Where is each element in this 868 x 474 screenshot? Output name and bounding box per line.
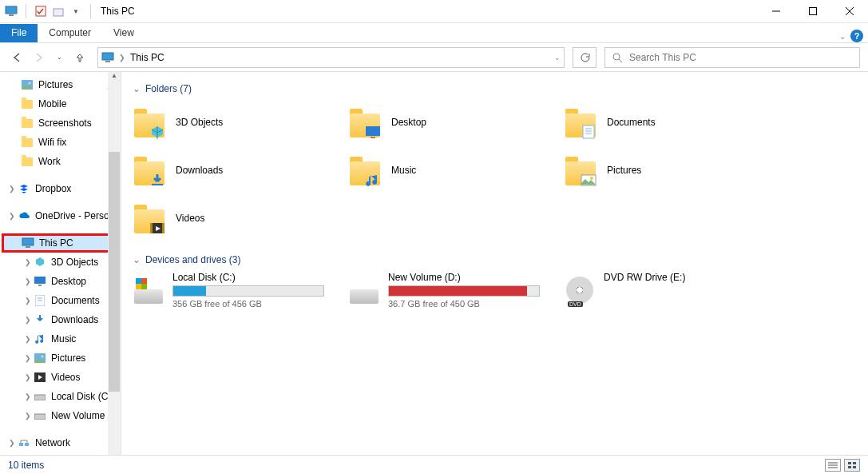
chevron-right-icon[interactable]: ❯ — [24, 412, 32, 420]
refresh-button[interactable] — [573, 47, 597, 68]
drive-item-new-volume-d-[interactable]: New Volume (D:)36.7 GB free of 450 GB — [348, 272, 548, 309]
close-button[interactable] — [831, 0, 868, 23]
chevron-right-icon[interactable]: ❯ — [24, 316, 32, 324]
search-icon — [612, 52, 623, 63]
chevron-right-icon[interactable]: ❯ — [24, 335, 32, 343]
drive-free-text: 36.7 GB free of 450 GB — [388, 299, 548, 309]
maximize-button[interactable] — [795, 0, 831, 23]
sidebar-item-wifi-fix[interactable]: Wifi fix — [0, 133, 121, 152]
search-placeholder: Search This PC — [629, 52, 696, 63]
folder-item-desktop[interactable]: Desktop — [348, 101, 548, 144]
sidebar-item-label: Documents — [51, 295, 100, 306]
help-icon[interactable]: ? — [850, 30, 863, 42]
svg-line-11 — [619, 59, 622, 62]
drive-icon — [34, 409, 46, 422]
sidebar-item-onedrive[interactable]: ❯OneDrive - Person — [0, 206, 121, 225]
chevron-right-icon[interactable]: ❯ — [24, 354, 32, 362]
chevron-right-icon[interactable]: ❯ — [8, 212, 16, 220]
chevron-right-icon[interactable]: ❯ — [24, 258, 32, 266]
svg-rect-16 — [34, 277, 46, 284]
section-title: Devices and drives (3) — [145, 254, 240, 265]
sidebar-item-network[interactable]: ❯Network — [0, 433, 121, 452]
folder-icon — [21, 98, 34, 110]
chevron-right-icon[interactable]: ❯ — [24, 297, 32, 305]
chevron-right-icon[interactable]: ❯ — [24, 392, 32, 400]
sidebar-item-label: Downloads — [51, 314, 98, 325]
network-icon — [18, 436, 30, 449]
sidebar-item-3d-objects[interactable]: ❯3D Objects — [0, 253, 121, 272]
separator — [26, 4, 26, 18]
folder-item-3d-objects[interactable]: 3D Objects — [133, 101, 332, 144]
tab-computer[interactable]: Computer — [38, 24, 102, 42]
sidebar-item-videos[interactable]: ❯Videos — [0, 368, 121, 387]
sidebar-item-screenshots[interactable]: Screenshots — [0, 114, 121, 133]
forward-button[interactable] — [29, 48, 48, 67]
sidebar-item-local-disk-c-[interactable]: ❯Local Disk (C:) — [0, 387, 121, 406]
chevron-right-icon[interactable]: ❯ — [24, 277, 32, 285]
sidebar-item-label: Screenshots — [38, 118, 92, 129]
scrollbar-thumb[interactable] — [109, 152, 120, 392]
sidebar-item-pictures[interactable]: Pictures📌 — [0, 75, 121, 94]
videos-icon — [34, 371, 46, 384]
chevron-right-icon[interactable]: ❯ — [24, 373, 32, 381]
svg-rect-30 — [583, 125, 594, 138]
details-view-button[interactable] — [825, 459, 841, 472]
sidebar-item-this-pc[interactable]: This PC — [2, 233, 119, 253]
chevron-right-icon[interactable]: ❯ — [119, 54, 125, 62]
pictures-icon — [21, 78, 34, 91]
minimize-button[interactable] — [758, 0, 795, 23]
svg-rect-26 — [19, 443, 23, 446]
svg-rect-37 — [150, 223, 153, 233]
address-bar[interactable]: ❯ This PC ⌄ — [97, 47, 565, 68]
folder-item-pictures[interactable]: Pictures — [564, 149, 763, 192]
folder-item-documents[interactable]: Documents — [564, 101, 763, 144]
ribbon-expand-icon[interactable]: ⌄ — [839, 32, 846, 41]
chevron-right-icon[interactable]: ❯ — [8, 185, 16, 193]
sidebar-item-mobile[interactable]: Mobile — [0, 94, 121, 114]
folder-item-downloads[interactable]: Downloads — [133, 149, 332, 192]
sidebar-item-downloads[interactable]: ❯Downloads — [0, 310, 121, 329]
chevron-down-icon[interactable]: ⌄ — [133, 83, 141, 94]
properties-icon[interactable] — [34, 5, 47, 18]
capacity-bar — [172, 285, 324, 297]
up-button[interactable] — [70, 48, 89, 67]
sidebar-item-label: Work — [38, 156, 61, 167]
scrollbar[interactable]: ▲ — [108, 72, 121, 455]
icons-view-button[interactable] — [844, 459, 860, 472]
breadcrumb[interactable]: This PC — [130, 52, 164, 63]
back-button[interactable] — [8, 48, 27, 67]
section-drives[interactable]: ⌄ Devices and drives (3) — [133, 254, 857, 265]
sidebar-item-label: Music — [51, 333, 76, 345]
folder-item-videos[interactable]: Videos — [133, 197, 332, 240]
sidebar-item-label: Videos — [51, 372, 80, 383]
sidebar-item-new-volume-d-[interactable]: ❯New Volume (D: — [0, 406, 121, 425]
chevron-right-icon[interactable]: ❯ — [8, 439, 16, 447]
drive-item-dvd-rw-drive-e-[interactable]: DVD RW Drive (E:) — [564, 272, 763, 309]
folder-label: Pictures — [607, 165, 641, 176]
folder-label: Music — [391, 165, 416, 176]
search-input[interactable]: Search This PC — [604, 47, 860, 68]
window-title: This PC — [101, 6, 135, 17]
drive-item-local-disk-c-[interactable]: Local Disk (C:)356 GB free of 456 GB — [133, 272, 332, 309]
sidebar-item-work[interactable]: Work — [0, 152, 121, 171]
svg-rect-8 — [102, 53, 113, 60]
sidebar-item-dropbox[interactable]: ❯Dropbox — [0, 179, 121, 198]
folder-icon — [564, 153, 597, 187]
chevron-down-icon[interactable]: ⌄ — [133, 254, 141, 265]
cloud-icon — [18, 209, 30, 222]
address-dropdown-icon[interactable]: ⌄ — [554, 54, 561, 62]
sidebar-item-pictures[interactable]: ❯Pictures — [0, 349, 121, 368]
qat-dropdown-icon[interactable]: ▼ — [69, 5, 82, 18]
new-folder-icon[interactable] — [52, 5, 65, 18]
section-folders[interactable]: ⌄ Folders (7) — [133, 83, 857, 94]
folder-label: Documents — [607, 117, 656, 128]
tab-file[interactable]: File — [0, 24, 38, 42]
sidebar-item-desktop[interactable]: ❯Desktop — [0, 272, 121, 291]
tab-view[interactable]: View — [102, 24, 145, 42]
drive-icon — [134, 289, 163, 304]
folder-item-music[interactable]: Music — [348, 149, 548, 192]
sidebar-item-documents[interactable]: ❯Documents — [0, 291, 121, 310]
sidebar-item-music[interactable]: ❯Music — [0, 329, 121, 349]
svg-rect-29 — [371, 137, 375, 138]
recent-dropdown-icon[interactable]: ⌄ — [50, 48, 69, 67]
